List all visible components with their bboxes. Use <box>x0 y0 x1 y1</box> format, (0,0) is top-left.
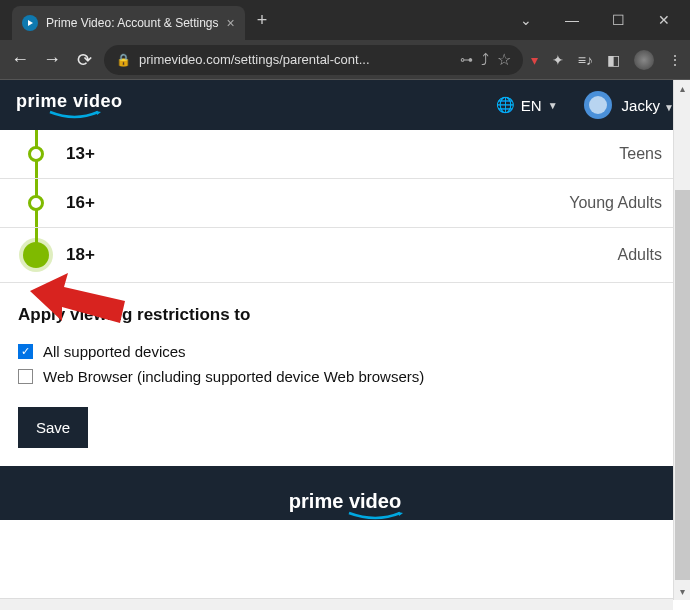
checkbox-label: All supported devices <box>43 343 186 360</box>
back-button[interactable]: ← <box>8 49 32 70</box>
user-menu[interactable]: Jacky ▼ <box>622 97 674 114</box>
age-label: 13+ <box>66 144 95 164</box>
chevron-down-icon: ▼ <box>548 100 558 111</box>
star-icon[interactable]: ☆ <box>497 50 511 69</box>
age-rating-row[interactable]: 13+ Teens <box>0 130 690 179</box>
age-rating-row[interactable]: 16+ Young Adults <box>0 179 690 228</box>
url-text: primevideo.com/settings/parental-cont... <box>139 52 370 67</box>
tab-search-icon[interactable]: ⌄ <box>512 12 540 28</box>
footer-logo[interactable]: prime video <box>285 490 405 520</box>
language-label: EN <box>521 97 542 114</box>
menu-icon[interactable]: ⋮ <box>668 52 682 68</box>
save-button[interactable]: Save <box>18 407 88 448</box>
tab-title: Prime Video: Account & Settings <box>46 16 219 30</box>
toolbar-icons: ▾ ✦ ≡♪ ◧ ⋮ <box>531 50 682 70</box>
close-tab-icon[interactable]: × <box>227 15 235 31</box>
content-area: 13+ Teens 16+ Young Adults 18+ Adults Ap… <box>0 130 690 520</box>
web-browser-checkbox[interactable] <box>18 369 33 384</box>
prime-video-favicon <box>22 15 38 31</box>
age-description: Young Adults <box>569 194 662 212</box>
forward-button[interactable]: → <box>40 49 64 70</box>
profile-extension-icon[interactable] <box>634 50 654 70</box>
url-bar[interactable]: 🔒 primevideo.com/settings/parental-cont.… <box>104 45 523 75</box>
window-controls: ⌄ — ☐ ✕ <box>512 12 686 28</box>
share-icon[interactable]: ⤴ <box>481 51 489 69</box>
scroll-thumb[interactable] <box>675 190 690 580</box>
age-label: 18+ <box>66 245 95 265</box>
avatar[interactable] <box>584 91 612 119</box>
lock-icon: 🔒 <box>116 53 131 67</box>
extensions-icon[interactable]: ✦ <box>552 52 564 68</box>
age-rating-row[interactable]: 18+ Adults <box>0 228 690 283</box>
reload-button[interactable]: ⟳ <box>72 49 96 71</box>
user-name-label: Jacky <box>622 97 660 114</box>
scroll-down-icon[interactable]: ▾ <box>675 583 690 600</box>
restrictions-title: Apply viewing restrictions to <box>0 283 690 339</box>
age-marker-selected-icon <box>23 242 49 268</box>
minimize-icon[interactable]: — <box>558 12 586 28</box>
age-marker-icon <box>28 146 44 162</box>
smile-icon <box>48 110 103 120</box>
age-description: Adults <box>618 246 662 264</box>
password-key-icon[interactable]: ⊶ <box>460 52 473 67</box>
prime-video-header: prime video 🌐 EN ▼ Jacky ▼ <box>0 80 690 130</box>
age-description: Teens <box>619 145 662 163</box>
age-marker-icon <box>28 195 44 211</box>
prime-video-logo[interactable]: prime video <box>16 91 123 120</box>
header-right: 🌐 EN ▼ Jacky ▼ <box>496 91 674 119</box>
globe-icon: 🌐 <box>496 96 515 114</box>
age-label: 16+ <box>66 193 95 213</box>
language-selector[interactable]: 🌐 EN ▼ <box>496 96 558 114</box>
maximize-icon[interactable]: ☐ <box>604 12 632 28</box>
extension-icon-1[interactable]: ▾ <box>531 52 538 68</box>
scroll-up-icon[interactable]: ▴ <box>675 80 690 97</box>
close-window-icon[interactable]: ✕ <box>650 12 678 28</box>
checkbox-row: ✓ All supported devices <box>0 339 690 364</box>
side-panel-icon[interactable]: ◧ <box>607 52 620 68</box>
browser-toolbar: ← → ⟳ 🔒 primevideo.com/settings/parental… <box>0 40 690 80</box>
browser-tab-bar: Prime Video: Account & Settings × + ⌄ — … <box>0 0 690 40</box>
checkbox-row: Web Browser (including supported device … <box>0 364 690 389</box>
all-devices-checkbox[interactable]: ✓ <box>18 344 33 359</box>
horizontal-scrollbar[interactable] <box>0 598 673 610</box>
age-rating-list: 13+ Teens 16+ Young Adults 18+ Adults <box>0 130 690 283</box>
new-tab-button[interactable]: + <box>257 10 268 31</box>
vertical-scrollbar[interactable]: ▴ ▾ <box>673 80 690 600</box>
reading-list-icon[interactable]: ≡♪ <box>578 52 593 68</box>
checkbox-label: Web Browser (including supported device … <box>43 368 424 385</box>
browser-tab[interactable]: Prime Video: Account & Settings × <box>12 6 245 40</box>
footer: prime video Terms and Privacy Notice Sen… <box>0 466 690 520</box>
